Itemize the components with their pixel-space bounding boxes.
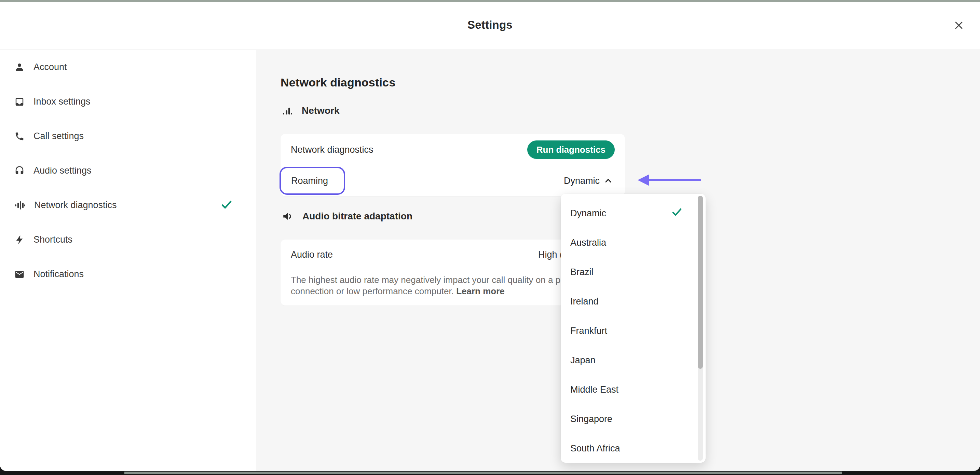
dropdown-item-brazil[interactable]: Brazil — [561, 257, 706, 287]
network-section-header: Network — [282, 105, 339, 116]
sidebar-item-label: Account — [33, 62, 67, 72]
sidebar-item-inbox-settings[interactable]: Inbox settings — [0, 84, 256, 119]
close-icon — [953, 19, 965, 31]
roaming-label: Roaming — [291, 175, 328, 186]
lightning-icon — [14, 235, 25, 245]
speaker-icon — [282, 210, 294, 222]
dropdown-item-ireland[interactable]: Ireland — [561, 287, 706, 316]
sidebar-item-notifications[interactable]: Notifications — [0, 257, 256, 292]
roaming-select-trigger[interactable]: Dynamic — [564, 175, 612, 186]
learn-more-link[interactable]: Learn more — [456, 286, 505, 296]
chevron-up-icon — [604, 176, 612, 185]
settings-sidebar: Account Inbox settings Call settings Aud… — [0, 50, 256, 471]
settings-main-panel: Network diagnostics Network Network diag… — [256, 50, 980, 471]
roaming-highlight-box: Roaming — [280, 167, 345, 195]
audio-rate-label: Audio rate — [291, 249, 333, 260]
section-title: Network — [302, 105, 339, 116]
sidebar-item-label: Inbox settings — [33, 96, 91, 107]
settings-modal: Settings Account Inbox settings — [0, 0, 980, 471]
sidebar-item-label: Notifications — [33, 269, 84, 279]
dropdown-item-dynamic[interactable]: Dynamic — [561, 199, 706, 228]
sidebar-item-label: Shortcuts — [33, 234, 72, 245]
dropdown-item-south-africa[interactable]: South Africa — [561, 434, 706, 463]
sidebar-item-network-diagnostics[interactable]: Network diagnostics — [0, 188, 256, 222]
section-complete-check-icon — [221, 199, 232, 212]
desktop-bottom-strip — [0, 471, 980, 475]
sidebar-item-audio-settings[interactable]: Audio settings — [0, 153, 256, 188]
signal-bars-icon — [282, 105, 293, 116]
waveform-icon — [14, 200, 25, 211]
dropdown-scrollbar-thumb[interactable] — [698, 196, 703, 369]
dropdown-item-singapore[interactable]: Singapore — [561, 404, 706, 434]
network-diagnostics-card: Network diagnostics Run diagnostics Roam… — [280, 134, 625, 196]
sidebar-item-label: Call settings — [33, 131, 84, 142]
person-icon — [14, 62, 25, 72]
envelope-icon — [14, 269, 25, 279]
dropdown-item-frankfurt[interactable]: Frankfurt — [561, 316, 706, 346]
inbox-icon — [14, 97, 25, 107]
sidebar-item-label: Network diagnostics — [34, 200, 117, 210]
selected-check-icon — [671, 207, 682, 220]
dropdown-item-japan[interactable]: Japan — [561, 346, 706, 375]
headset-icon — [14, 166, 25, 176]
roaming-selected-value: Dynamic — [564, 175, 600, 186]
roaming-row: Roaming Dynamic — [291, 166, 615, 196]
dropdown-item-middle-east[interactable]: Middle East — [561, 375, 706, 404]
sidebar-item-account[interactable]: Account — [0, 50, 256, 84]
network-diagnostics-label: Network diagnostics — [291, 145, 374, 155]
run-diagnostics-button[interactable]: Run diagnostics — [527, 140, 615, 159]
audio-rate-value[interactable]: High ( — [538, 239, 563, 269]
section-title: Audio bitrate adaptation — [302, 211, 412, 222]
sidebar-item-label: Audio settings — [33, 166, 92, 176]
audio-section-header: Audio bitrate adaptation — [282, 210, 412, 222]
dropdown-item-australia[interactable]: Australia — [561, 228, 706, 257]
close-button[interactable] — [953, 19, 965, 32]
background-window-edge — [0, 0, 980, 2]
sidebar-item-shortcuts[interactable]: Shortcuts — [0, 222, 256, 257]
modal-header: Settings — [0, 0, 980, 50]
sidebar-item-call-settings[interactable]: Call settings — [0, 119, 256, 153]
network-diagnostics-row: Network diagnostics Run diagnostics — [291, 134, 615, 166]
roaming-dropdown-menu: Dynamic Australia Brazil Ireland Frankfu… — [561, 194, 706, 463]
annotation-arrow-icon — [638, 174, 703, 186]
phone-icon — [14, 131, 25, 142]
desktop-bottom-strip-segment — [124, 472, 842, 474]
page-title: Settings — [0, 0, 980, 50]
page-heading: Network diagnostics — [280, 76, 395, 89]
